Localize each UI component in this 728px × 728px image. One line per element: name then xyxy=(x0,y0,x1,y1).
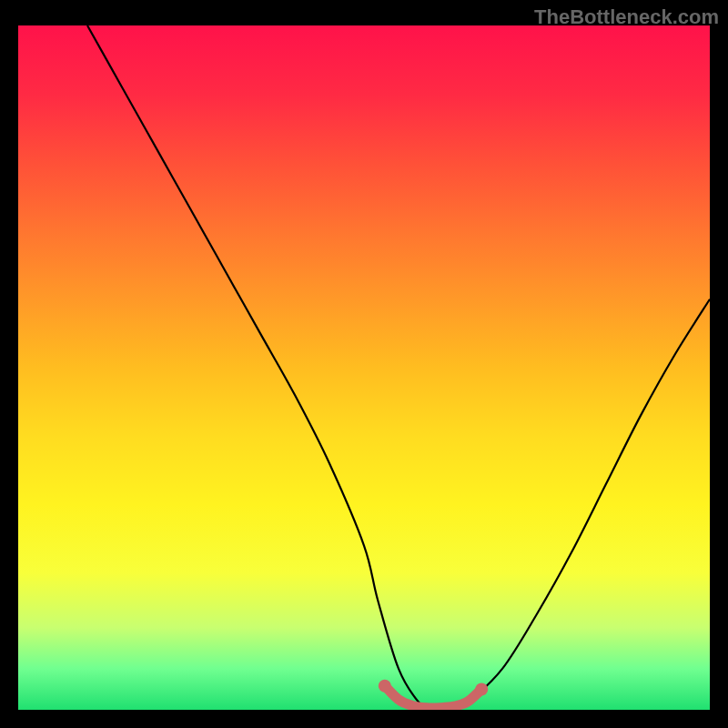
plot-area xyxy=(18,25,710,710)
bottleneck-curve-path xyxy=(87,25,710,710)
optimal-band-endpoint xyxy=(379,680,391,693)
watermark-text: TheBottleneck.com xyxy=(534,5,719,29)
optimal-band-path xyxy=(385,686,481,708)
curve-overlay xyxy=(18,25,710,710)
optimal-band-endpoint xyxy=(475,682,488,695)
chart-container: TheBottleneck.com xyxy=(0,0,728,728)
